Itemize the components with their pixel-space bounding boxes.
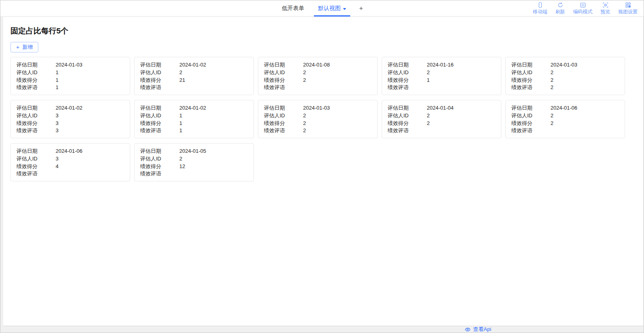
card-field-row: 绩效得分12 (140, 163, 248, 171)
card-field-row: 评估日期2024-01-02 (140, 104, 248, 112)
card-field-row: 绩效评语 (140, 170, 248, 178)
card-field-row: 绩效评语2 (264, 127, 372, 135)
field-value: 2024-01-08 (303, 61, 372, 69)
field-value: 2 (303, 127, 372, 135)
field-label: 绩效得分 (388, 120, 427, 127)
field-label: 绩效得分 (17, 163, 56, 171)
record-card[interactable]: 评估日期2024-01-02评估人ID3绩效得分3绩效评语3 (10, 100, 130, 138)
add-view-button[interactable]: + (356, 0, 366, 17)
field-label: 评估人ID (17, 112, 56, 120)
card-field-row: 绩效得分2 (511, 77, 619, 84)
view-settings-button[interactable]: 视图设置 (615, 2, 640, 15)
card-field-row: 评估人ID2 (511, 112, 619, 120)
card-field-row: 评估人ID1 (17, 69, 124, 77)
record-card[interactable]: 评估日期2024-01-04评估人ID2绩效得分2绩效评语 (382, 100, 501, 138)
card-field-row: 绩效得分1 (140, 120, 248, 127)
card-field-row: 绩效得分4 (17, 163, 124, 171)
field-label: 评估日期 (511, 61, 551, 69)
mobile-button[interactable]: 移动端 (530, 2, 550, 15)
field-label: 绩效得分 (17, 120, 56, 127)
code-mode-button[interactable]: 编码模式 (570, 2, 595, 15)
eye-icon (465, 327, 471, 333)
field-value: 2024-01-04 (427, 104, 495, 112)
record-card[interactable]: 评估日期2024-01-08评估人ID2绩效得分2绩效评语 (258, 57, 378, 95)
card-field-row: 绩效得分2 (264, 120, 372, 127)
card-field-row: 绩效得分1 (17, 77, 124, 84)
record-card[interactable]: 评估日期2024-01-03评估人ID2绩效得分2绩效评语2 (505, 57, 625, 95)
card-field-row: 评估人ID3 (17, 155, 124, 163)
card-field-row: 绩效评语1 (140, 127, 248, 135)
field-label: 绩效得分 (511, 120, 551, 127)
page-title: 固定占比每行5个 (10, 26, 643, 36)
field-value (56, 170, 124, 178)
preview-button[interactable]: 预览 (598, 2, 613, 15)
view-api-link[interactable]: 查看Api (465, 326, 491, 333)
field-value: 1 (179, 127, 248, 135)
refresh-button[interactable]: 刷新 (553, 2, 568, 15)
field-label: 绩效评语 (511, 84, 551, 92)
field-value: 2024-01-03 (551, 61, 619, 69)
form-canvas: 固定占比每行5个 + 新增 评估日期2024-01-03评估人ID1绩效得分1绩… (3, 17, 643, 326)
field-value: 1 (179, 112, 248, 120)
field-label: 评估人ID (388, 69, 427, 77)
field-value: 21 (179, 77, 248, 84)
add-record-label: 新增 (22, 44, 33, 51)
field-value: 2024-01-02 (179, 61, 248, 69)
tab-default-view[interactable]: 默认视图 (314, 0, 350, 17)
field-value: 2 (303, 69, 372, 77)
field-value: 2 (179, 155, 248, 163)
record-card[interactable]: 评估日期2024-01-06评估人ID2绩效得分2绩效评语 (505, 100, 625, 138)
field-label: 绩效评语 (388, 84, 427, 92)
card-field-row: 绩效得分3 (17, 120, 124, 127)
field-value: 3 (56, 120, 124, 127)
field-value: 2 (551, 120, 619, 127)
field-label: 评估日期 (264, 104, 303, 112)
record-card[interactable]: 评估日期2024-01-03评估人ID2绩效得分2绩效评语2 (258, 100, 378, 138)
record-card[interactable]: 评估日期2024-01-02评估人ID2绩效得分21绩效评语 (134, 57, 254, 95)
field-value: 12 (179, 163, 248, 171)
field-value: 2 (179, 69, 248, 77)
card-field-row: 评估日期2024-01-03 (511, 61, 619, 69)
card-field-row: 评估人ID2 (388, 112, 495, 120)
field-label: 评估人ID (264, 69, 303, 77)
field-value: 2 (303, 120, 372, 127)
refresh-label: 刷新 (555, 8, 565, 15)
field-value: 4 (56, 163, 124, 171)
card-field-row: 评估人ID3 (17, 112, 124, 120)
field-label: 评估人ID (17, 69, 56, 77)
field-value: 2 (427, 120, 495, 127)
tab-form-name[interactable]: 低开表单 (278, 0, 308, 17)
card-field-row: 绩效评语 (264, 84, 372, 92)
field-value: 2 (427, 112, 495, 120)
add-record-button[interactable]: + 新增 (10, 42, 38, 52)
card-field-row: 评估人ID2 (264, 112, 372, 120)
record-card[interactable]: 评估日期2024-01-16评估人ID2绩效得分1绩效评语 (382, 57, 501, 95)
card-field-row: 评估人ID2 (140, 155, 248, 163)
field-value: 2 (551, 112, 619, 120)
field-label: 绩效评语 (17, 84, 56, 92)
field-label: 绩效评语 (388, 127, 427, 135)
field-label: 评估日期 (140, 61, 179, 69)
field-value: 2024-01-02 (179, 104, 248, 112)
card-field-row: 评估日期2024-01-08 (264, 61, 372, 69)
field-label: 评估人ID (388, 112, 427, 120)
record-card[interactable]: 评估日期2024-01-06评估人ID3绩效得分4绩效评语 (10, 143, 130, 181)
card-field-row: 绩效得分2 (264, 77, 372, 84)
field-label: 评估日期 (17, 61, 56, 69)
mobile-icon (537, 2, 543, 8)
field-value: 2024-01-05 (179, 148, 248, 155)
card-field-row: 评估日期2024-01-02 (17, 104, 124, 112)
field-value: 2 (551, 69, 619, 77)
card-field-row: 绩效得分2 (388, 120, 495, 127)
record-card[interactable]: 评估日期2024-01-05评估人ID2绩效得分12绩效评语 (134, 143, 254, 181)
card-field-row: 评估日期2024-01-03 (17, 61, 124, 69)
preview-icon (602, 2, 609, 8)
header-toolbar: 移动端 刷新 编码模式 (530, 2, 640, 17)
record-card[interactable]: 评估日期2024-01-02评估人ID1绩效得分1绩效评语1 (134, 100, 254, 138)
field-label: 评估日期 (140, 104, 179, 112)
field-label: 评估日期 (511, 104, 551, 112)
card-field-row: 评估日期2024-01-04 (388, 104, 495, 112)
record-card[interactable]: 评估日期2024-01-03评估人ID1绩效得分1绩效评语1 (10, 57, 130, 95)
tab-form-name-label: 低开表单 (282, 5, 304, 12)
card-field-row: 评估人ID2 (388, 69, 495, 77)
